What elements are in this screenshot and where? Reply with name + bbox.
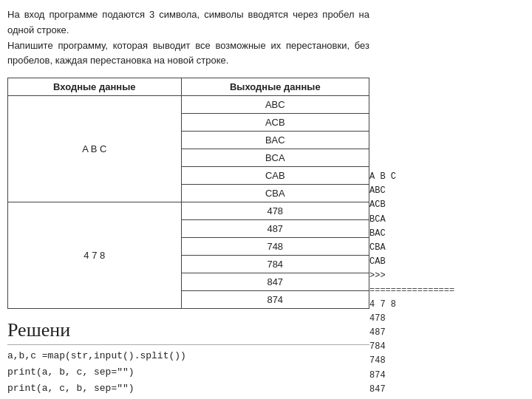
output-cell-2-4: 784 <box>181 256 369 273</box>
output-cell-2-6: 874 <box>181 291 369 309</box>
output-cell-1-2: ACB <box>181 114 369 132</box>
terminal-out-1-5: CBA <box>369 241 525 255</box>
terminal-out-1-3: BCA <box>369 213 525 227</box>
output-cell-1-6: CBA <box>181 185 369 202</box>
terminal-input-2: 4 7 8 <box>369 298 525 312</box>
terminal-out-2-5: 874 <box>369 369 525 383</box>
terminal-out-1-4: BAC <box>369 227 525 241</box>
desc-line1: На вход программе подаются 3 символа, си… <box>7 9 369 35</box>
right-panel: A B C ABC ACB BCA BAC CBA CAB >>> ======… <box>369 170 525 399</box>
table-header-input: Входные данные <box>8 78 182 96</box>
output-cell-1-3: BAC <box>181 132 369 149</box>
desc-line3: перестановка на новой строке. <box>90 55 228 66</box>
terminal-out-2-6: 847 <box>369 383 525 397</box>
output-cell-2-3: 748 <box>181 238 369 256</box>
input-cell-2: 4 7 8 <box>8 202 182 309</box>
terminal-out-1-1: ABC <box>369 184 525 198</box>
table-header-output: Выходные данные <box>181 78 369 96</box>
code-line-2: print(a, b, c, sep="") <box>7 364 369 381</box>
code-line-1: a,b,c =map(str,input().split()) <box>7 348 369 364</box>
output-cell-2-2: 487 <box>181 220 369 238</box>
terminal-input-1: A B C <box>369 170 525 184</box>
table-row: 4 7 8 478 <box>8 202 369 220</box>
terminal-divider: ================ <box>369 284 525 298</box>
code-line-3: print(a, c, b, sep="") <box>7 381 369 397</box>
output-cell-1-1: ABC <box>181 96 369 114</box>
terminal-out-2-3: 784 <box>369 340 525 354</box>
data-table: Входные данные Выходные данные A B C ABC… <box>7 78 369 309</box>
terminal-out-1-6: CAB <box>369 255 525 269</box>
output-cell-1-4: BCA <box>181 149 369 167</box>
terminal-out-2-2: 487 <box>369 326 525 340</box>
terminal-out-2-4: 748 <box>369 354 525 368</box>
main-content: На вход программе подаются 3 символа, си… <box>7 7 369 399</box>
description: На вход программе подаются 3 символа, си… <box>7 7 369 69</box>
section-title: Решени <box>7 319 369 345</box>
output-cell-2-1: 478 <box>181 202 369 220</box>
output-cell-2-5: 847 <box>181 273 369 291</box>
terminal-out-1-2: ACB <box>369 198 525 212</box>
input-cell-1: A B C <box>8 96 182 202</box>
output-cell-1-5: CAB <box>181 167 369 185</box>
terminal-out-2-1: 478 <box>369 312 525 326</box>
table-row: A B C ABC <box>8 96 369 114</box>
code-block: a,b,c =map(str,input().split()) print(a,… <box>7 348 369 399</box>
terminal-prompt-1: >>> <box>369 269 525 283</box>
